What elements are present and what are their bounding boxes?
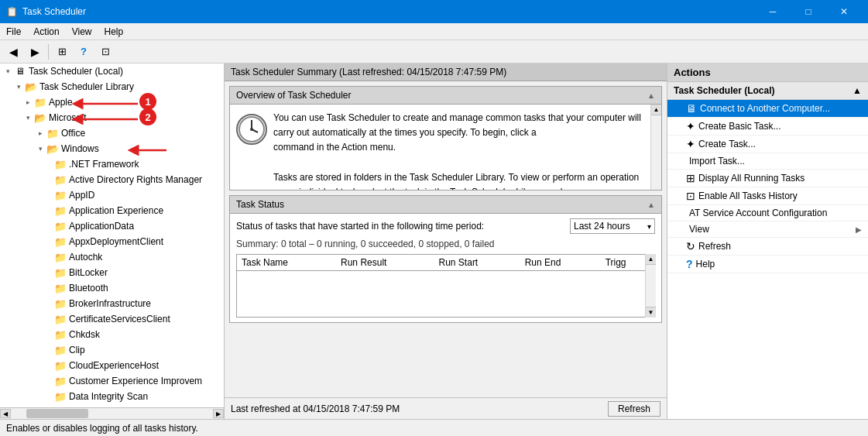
summary-text: Summary: 0 total – 0 running, 0 succeede… bbox=[236, 239, 655, 249]
tree-horizontal-scrollbar[interactable]: ◀ ▶ bbox=[0, 407, 224, 419]
folder-icon: 📁 bbox=[34, 97, 46, 108]
period-value: Last 24 hours bbox=[574, 221, 630, 232]
refresh-button[interactable]: Refresh bbox=[608, 401, 660, 417]
table-wrapper: Task Name Run Result Run Start Run End T… bbox=[236, 254, 655, 318]
expander-icon bbox=[46, 297, 54, 310]
action-item-refresh[interactable]: ↻ Refresh bbox=[667, 238, 868, 256]
tree-appid-label: AppID bbox=[69, 190, 94, 201]
hscroll-thumb[interactable] bbox=[26, 409, 88, 418]
tree-item-windows[interactable]: ▾ 📂 Windows bbox=[0, 141, 224, 156]
action-item-help[interactable]: ? Help bbox=[667, 256, 868, 273]
annotation-1: 1 bbox=[139, 93, 156, 110]
tree-appdata-label: ApplicationData bbox=[69, 221, 134, 232]
expander-icon bbox=[46, 313, 54, 325]
actions-section-arrow: ▲ bbox=[853, 85, 862, 96]
table-scrollbar[interactable]: ▲ ▼ bbox=[645, 254, 656, 318]
expander-icon: ▾ bbox=[22, 112, 34, 124]
tree-item-custexp[interactable]: 📁 Customer Experience Improvem bbox=[0, 373, 224, 389]
toolbar-back[interactable]: ◀ bbox=[3, 43, 23, 61]
toolbar-grid[interactable]: ⊞ bbox=[52, 43, 72, 61]
tree-item-microsoft[interactable]: ▾ 📂 Microsoft 2 bbox=[0, 110, 224, 125]
svg-point-3 bbox=[250, 128, 253, 131]
action-item-at-service[interactable]: AT Service Account Configuration bbox=[667, 205, 868, 221]
table-scroll-up[interactable]: ▲ bbox=[646, 254, 656, 265]
tree-appexp-label: Application Experience bbox=[69, 205, 163, 216]
tree-item-dotnet[interactable]: 📁 .NET Framework bbox=[0, 156, 224, 172]
tree-item-autochk[interactable]: 📁 Autochk bbox=[0, 249, 224, 265]
col-run-result: Run Result bbox=[336, 255, 434, 271]
tree-certsvcclient-label: CertificateServicesClient bbox=[69, 314, 170, 324]
action-item-view[interactable]: View ▶ bbox=[667, 221, 868, 238]
folder-open-icon: 📂 bbox=[25, 81, 37, 92]
period-select[interactable]: Last 24 hours bbox=[570, 218, 655, 234]
center-bottom-bar: Last refreshed at 04/15/2018 7:47:59 PM … bbox=[225, 397, 667, 419]
toolbar-forward[interactable]: ▶ bbox=[25, 43, 45, 61]
action-item-import[interactable]: Import Task... bbox=[667, 153, 868, 170]
close-button[interactable]: ✕ bbox=[826, 0, 862, 23]
action-item-create-basic[interactable]: ✦ Create Basic Task... bbox=[667, 118, 868, 136]
overview-scrollbar[interactable]: ▲ ▼ bbox=[650, 105, 661, 190]
toolbar-help[interactable]: ? bbox=[74, 43, 94, 61]
expander-icon: ▾ bbox=[12, 81, 25, 93]
expander-icon bbox=[46, 359, 54, 372]
tree-item-bluetooth[interactable]: 📁 Bluetooth bbox=[0, 280, 224, 296]
refresh-icon: ↻ bbox=[686, 240, 695, 252]
folder-icon: 📁 bbox=[54, 283, 67, 294]
tree-item-appdata[interactable]: 📁 ApplicationData bbox=[0, 218, 224, 234]
tree-item-certsvcclient[interactable]: 📁 CertificateServicesClient bbox=[0, 311, 224, 327]
actions-panel: Actions Task Scheduler (Local) ▲ 🖥 Conne… bbox=[667, 64, 868, 419]
center-content[interactable]: Overview of Task Scheduler ▲ bbox=[225, 81, 667, 397]
tree-library[interactable]: ▾ 📂 Task Scheduler Library bbox=[0, 79, 224, 94]
minimize-button[interactable]: ─ bbox=[755, 0, 791, 23]
tree-item-office[interactable]: ▸ 📁 Office bbox=[0, 125, 224, 141]
overview-title: Overview of Task Scheduler bbox=[236, 90, 352, 101]
task-status-collapse-icon[interactable]: ▲ bbox=[647, 201, 655, 209]
expander-icon: ▸ bbox=[34, 127, 46, 139]
expander-icon bbox=[46, 390, 54, 403]
actions-panel-title: Actions bbox=[667, 64, 868, 82]
tree-root[interactable]: ▾ 🖥 Task Scheduler (Local) bbox=[0, 64, 224, 79]
tree-item-bitlocker[interactable]: 📁 BitLocker bbox=[0, 265, 224, 280]
tree-apple-label: Apple bbox=[49, 97, 73, 108]
scroll-up-btn[interactable]: ▲ bbox=[651, 105, 661, 115]
tree-custexp-label: Customer Experience Improvem bbox=[69, 376, 202, 386]
tree-item-adrm[interactable]: 📁 Active Directory Rights Manager bbox=[0, 172, 224, 187]
table-scroll-down[interactable]: ▼ bbox=[646, 307, 656, 318]
tree-container[interactable]: ▾ 🖥 Task Scheduler (Local) ▾ 📂 Task Sche… bbox=[0, 64, 224, 407]
folder-icon: 📁 bbox=[54, 174, 67, 185]
tree-item-apple[interactable]: ▸ 📁 Apple 1 bbox=[0, 94, 224, 110]
action-item-connect[interactable]: 🖥 Connect to Another Computer... bbox=[667, 100, 868, 118]
folder-icon: 📁 bbox=[54, 205, 67, 216]
hscroll-right[interactable]: ▶ bbox=[213, 409, 224, 418]
action-item-display-running[interactable]: ⊞ Display All Running Tasks bbox=[667, 170, 868, 187]
center-header: Task Scheduler Summary (Last refreshed: … bbox=[225, 64, 667, 81]
period-row: Status of tasks that have started in the… bbox=[236, 218, 655, 234]
hscroll-left[interactable]: ◀ bbox=[0, 409, 11, 418]
tree-item-chkdsk[interactable]: 📁 Chkdsk bbox=[0, 327, 224, 342]
tree-item-datainteg[interactable]: 📁 Data Integrity Scan bbox=[0, 389, 224, 404]
main-area: ▾ 🖥 Task Scheduler (Local) ▾ 📂 Task Sche… bbox=[0, 64, 868, 419]
action-at-service-label: AT Service Account Configuration bbox=[689, 208, 827, 218]
menu-action[interactable]: Action bbox=[27, 23, 65, 39]
last-refreshed-text: Last refreshed at 04/15/2018 7:47:59 PM bbox=[231, 403, 400, 414]
folder-icon: 📁 bbox=[54, 236, 67, 247]
folder-icon: 📁 bbox=[54, 314, 67, 324]
maximize-button[interactable]: □ bbox=[791, 0, 826, 23]
tree-item-appexp[interactable]: 📁 Application Experience bbox=[0, 203, 224, 218]
action-item-enable-history[interactable]: ⊡ Enable All Tasks History bbox=[667, 187, 868, 205]
menu-file[interactable]: File bbox=[0, 23, 27, 39]
overview-header[interactable]: Overview of Task Scheduler ▲ bbox=[230, 87, 661, 105]
actions-section-label: Task Scheduler (Local) bbox=[674, 85, 774, 96]
menu-help[interactable]: Help bbox=[98, 23, 130, 39]
tree-item-appxdeploy[interactable]: 📁 AppxDeploymentClient bbox=[0, 234, 224, 249]
tree-item-appid[interactable]: 📁 AppID bbox=[0, 187, 224, 203]
tree-item-clip[interactable]: 📁 Clip bbox=[0, 342, 224, 358]
task-status-header[interactable]: Task Status ▲ bbox=[230, 196, 661, 214]
overview-collapse-icon[interactable]: ▲ bbox=[647, 91, 655, 100]
toolbar-extra[interactable]: ⊡ bbox=[95, 43, 115, 61]
tree-item-cloudexp[interactable]: 📁 CloudExperienceHost bbox=[0, 358, 224, 373]
menu-view[interactable]: View bbox=[66, 23, 98, 39]
tree-item-broker[interactable]: 📁 BrokerInfrastructure bbox=[0, 296, 224, 311]
action-item-create-task[interactable]: ✦ Create Task... bbox=[667, 136, 868, 153]
folder-icon: 📁 bbox=[54, 391, 67, 402]
